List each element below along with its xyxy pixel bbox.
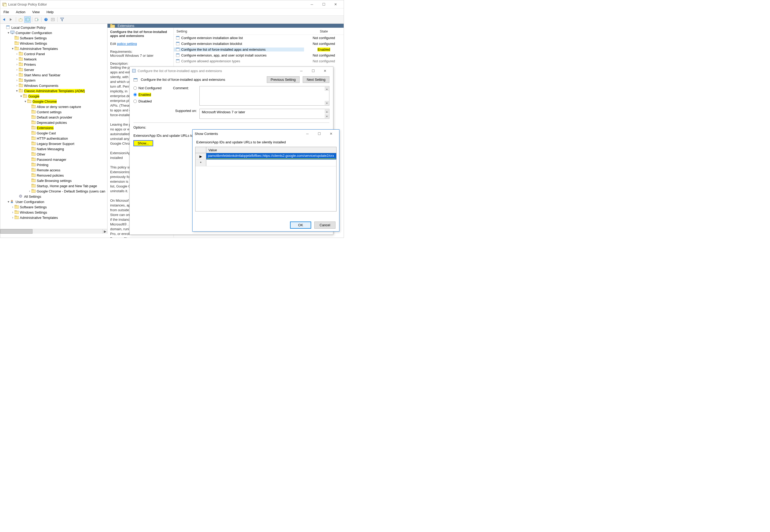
tree-chrome-2[interactable]: Default search provider: [1, 115, 107, 120]
tree-software-settings[interactable]: Software Settings: [1, 35, 107, 41]
previous-setting-button[interactable]: Previous Setting: [267, 76, 300, 83]
svg-rect-81: [15, 210, 16, 211]
tree-chrome-3[interactable]: Deprecated policies: [1, 120, 107, 125]
tree-classic-adm[interactable]: ▾Classic Administrative Templates (ADM): [1, 88, 107, 93]
comment-textarea[interactable]: ▴▾: [199, 86, 329, 106]
menu-help[interactable]: Help: [45, 10, 55, 15]
ok-button[interactable]: OK: [290, 222, 311, 229]
tree-u-admin[interactable]: ›Administrative Templates: [1, 215, 107, 220]
tree-chrome-0[interactable]: Allow or deny screen capture: [1, 104, 107, 109]
close-button[interactable]: ✕: [330, 0, 341, 8]
tree-adm-5[interactable]: ›System: [1, 78, 107, 83]
filter-button[interactable]: [59, 16, 65, 23]
menubar: File Action View Help: [0, 8, 344, 16]
dlg1-minimize[interactable]: ─: [295, 67, 307, 75]
next-setting-button[interactable]: Next Setting: [303, 76, 329, 83]
tree-chrome[interactable]: ▾Google Chrome: [1, 99, 107, 104]
tree-windows-settings[interactable]: Windows Settings: [1, 41, 107, 46]
forward-button[interactable]: [8, 16, 15, 23]
properties-button[interactable]: [50, 16, 56, 23]
setting-row-4[interactable]: Configure allowed app/extension types No…: [174, 58, 344, 64]
tree-computer-config[interactable]: ▾Computer Configuration: [1, 30, 107, 35]
setting-row-3[interactable]: Configure extension, app, and user scrip…: [174, 52, 344, 58]
setting-state: Enabled: [304, 48, 344, 51]
scroll-thumb[interactable]: [0, 229, 32, 234]
setting-row-1[interactable]: Configure extension installation blockli…: [174, 41, 344, 46]
tree-chrome-7[interactable]: Legacy Browser Support: [1, 141, 107, 146]
tree-u-windows[interactable]: ›Windows Settings: [1, 210, 107, 215]
show-hide-tree-button[interactable]: [24, 16, 31, 23]
tree-chrome-15[interactable]: Startup, Home page and New Tab page: [1, 183, 107, 189]
dlg2-close[interactable]: ✕: [325, 130, 337, 138]
value-cell[interactable]: pamolibmfebkknkdmfabpjebifbffbec;https:/…: [206, 153, 336, 159]
dlg2-maximize[interactable]: ☐: [313, 130, 325, 138]
tree-user-config[interactable]: ▾User Configuration: [1, 199, 107, 204]
tree-adm-0[interactable]: ›Control Panel: [1, 51, 107, 57]
dlg2-titlebar[interactable]: Show Contents ─ ☐ ✕: [192, 130, 339, 138]
menu-action[interactable]: Action: [14, 10, 27, 15]
grid-col-value[interactable]: Value: [206, 147, 336, 153]
radio-disabled[interactable]: Disabled: [133, 99, 168, 103]
desc-label: Description:: [110, 62, 171, 65]
tree-root[interactable]: Local Computer Policy: [1, 25, 107, 30]
dlg1-close[interactable]: ✕: [319, 67, 331, 75]
tree-chrome-8[interactable]: Native Messaging: [1, 146, 107, 152]
radio-enabled[interactable]: Enabled: [133, 93, 168, 97]
tree-admin-templates[interactable]: ▾Administrative Templates: [1, 46, 107, 51]
dlg1-maximize[interactable]: ☐: [307, 67, 319, 75]
row-indicator[interactable]: ▶: [195, 153, 206, 159]
menu-view[interactable]: View: [31, 10, 41, 15]
edit-link[interactable]: Edit policy setting: [110, 42, 171, 46]
tree-chrome-5[interactable]: Google Cast: [1, 130, 107, 136]
col-setting[interactable]: Setting: [174, 29, 304, 33]
show-button[interactable]: Show...: [133, 140, 153, 146]
back-button[interactable]: [1, 16, 8, 23]
menu-file[interactable]: File: [2, 10, 11, 15]
tree-chrome-9[interactable]: Other: [1, 152, 107, 157]
tree-chrome-6[interactable]: HTTP authentication: [1, 136, 107, 141]
supported-label: Supported on:: [173, 109, 197, 119]
col-state[interactable]: State: [304, 29, 344, 33]
radio-not-configured[interactable]: Not Configured: [133, 86, 168, 90]
tree-chrome-13[interactable]: Removed policies: [1, 173, 107, 178]
dlg2-minimize[interactable]: ─: [301, 130, 313, 138]
tree-u-software[interactable]: ›Software Settings: [1, 204, 107, 210]
setting-row-2[interactable]: Configure the list of force-installed ap…: [174, 46, 344, 52]
tree-chrome-11[interactable]: Printing: [1, 162, 107, 167]
tree-adm-4[interactable]: ›Start Menu and Taskbar: [1, 72, 107, 78]
tree-adm-2[interactable]: ›Printers: [1, 62, 107, 67]
tree-chrome-14[interactable]: Safe Browsing settings: [1, 178, 107, 183]
tree-adm-1[interactable]: ›Network: [1, 57, 107, 62]
tree-all-settings[interactable]: All Settings: [1, 194, 107, 199]
tree-chrome-10[interactable]: Password manager: [1, 157, 107, 162]
titlebar[interactable]: Local Group Policy Editor ─ ☐ ✕: [0, 0, 344, 8]
tree-chrome-4[interactable]: Extensions: [1, 125, 107, 130]
list-header[interactable]: Setting State: [174, 28, 344, 35]
setting-row-0[interactable]: Configure extension installation allow l…: [174, 35, 344, 41]
scroll-right-arrow[interactable]: ▶: [102, 229, 107, 234]
tree-pane[interactable]: Local Computer Policy▾Computer Configura…: [0, 24, 107, 234]
grid-row-1[interactable]: ▶ pamolibmfebkknkdmfabpjebifbffbec;https…: [195, 153, 336, 160]
grid-row-new[interactable]: *: [195, 160, 336, 166]
values-grid[interactable]: Value ▶ pamolibmfebkknkdmfabpjebifbffbec…: [195, 147, 336, 211]
tree-google[interactable]: ▾Google: [1, 93, 107, 99]
svg-rect-62: [31, 158, 33, 158]
empty-cell[interactable]: [206, 160, 336, 166]
up-button[interactable]: [17, 16, 24, 23]
cancel-button[interactable]: Cancel: [314, 222, 335, 229]
grid-corner[interactable]: [195, 147, 206, 153]
maximize-button[interactable]: ☐: [318, 0, 330, 8]
tree-chrome-16[interactable]: ›Google Chrome - Default Settings (users…: [1, 189, 107, 194]
supported-value: Microsoft Windows 7 or later: [200, 109, 329, 118]
export-list-button[interactable]: [34, 16, 40, 23]
tree-chrome-1[interactable]: Content settings: [1, 109, 107, 115]
dlg1-titlebar[interactable]: Configure the list of force-installed ap…: [130, 67, 333, 75]
tree-adm-3[interactable]: ›Server: [1, 67, 107, 72]
svg-rect-42: [31, 105, 33, 106]
tree-hscroll[interactable]: ▶: [0, 229, 107, 234]
help-button[interactable]: ?: [43, 16, 49, 23]
minimize-button[interactable]: ─: [306, 0, 318, 8]
tree-chrome-12[interactable]: Remote access: [1, 167, 107, 173]
tree-adm-6[interactable]: ›Windows Components: [1, 83, 107, 88]
new-row-indicator[interactable]: *: [195, 160, 206, 166]
